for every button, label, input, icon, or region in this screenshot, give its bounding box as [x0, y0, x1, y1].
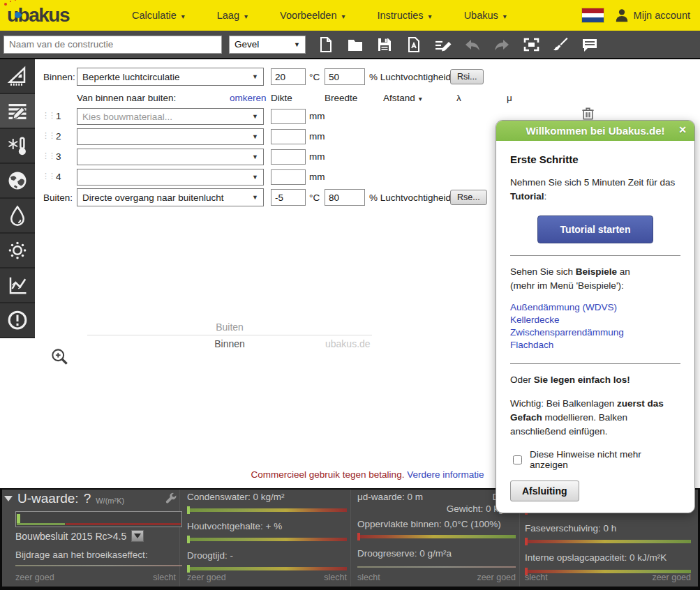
row-drag-handle[interactable]: ⋮⋮ [42, 172, 54, 181]
ubakus-logo[interactable]: ubakus [7, 4, 69, 27]
panel-border [0, 488, 2, 590]
appearance-button[interactable] [546, 33, 575, 56]
binnen-humidity-unit: % Luchtvochtigheid [369, 72, 451, 82]
material-select-2[interactable] [77, 128, 264, 145]
header-lambda: λ [456, 93, 461, 103]
menu-calculatie[interactable]: Calculatie [132, 10, 185, 21]
bar-marker [187, 536, 190, 543]
buiten-humidity-input[interactable] [325, 189, 365, 206]
account-label[interactable]: Mijn account [634, 10, 690, 21]
more-info-link[interactable]: Verdere informatie [407, 469, 484, 480]
scale-right: zeer goed [477, 573, 516, 582]
menu-instructies[interactable]: Instructies [378, 10, 432, 21]
row-drag-handle[interactable]: ⋮⋮ [42, 151, 54, 160]
link-aussendaemmung[interactable]: Außendämmung (WDVS) [510, 301, 680, 314]
save-button[interactable] [370, 33, 399, 56]
mm-unit-1: mm [309, 111, 325, 121]
globe-icon [7, 170, 28, 191]
beam-hint-text: Wichtig: Bei Balkenlagen zuerst das Gefa… [510, 397, 680, 439]
material-select-4[interactable] [77, 169, 264, 186]
link-zwischensparren[interactable]: Zwischensparrendämmung [510, 326, 680, 339]
mm-unit-4: mm [309, 172, 325, 182]
mud-waarde-label: μd-waarde: 0 m [357, 492, 423, 502]
new-document-button[interactable] [311, 33, 341, 56]
material-select-1[interactable]: Kies bouwmateriaal... [77, 108, 264, 125]
thickness-input-1[interactable] [271, 109, 306, 124]
droogtijd-label: Droogtijd: - [187, 550, 233, 561]
redo-button[interactable] [487, 33, 516, 56]
sidebar-item-uvalue[interactable] [0, 59, 35, 93]
construction-type-value: Gevel [234, 39, 259, 50]
scale-bad-segment [66, 523, 181, 525]
collapse-panel-icon[interactable] [4, 496, 13, 501]
layers-edit-icon [7, 100, 28, 121]
buiten-temp-input[interactable] [271, 189, 306, 206]
standard-select-button[interactable] [131, 530, 144, 542]
houtvocht-label: Houtvochtgehalte: + % [187, 521, 282, 531]
fase-bar [525, 540, 691, 543]
thickness-input-3[interactable] [271, 149, 306, 165]
header-afstand[interactable]: Afstand [383, 93, 422, 103]
reverse-link[interactable]: omkeren [230, 93, 267, 103]
bar-marker [187, 565, 190, 573]
scale-right: slecht [324, 573, 347, 582]
oppervlakte-bar [357, 535, 516, 538]
binnen-humidity-input[interactable] [325, 68, 365, 85]
sidebar-item-warnings[interactable] [0, 303, 35, 337]
sidebar-item-graphs[interactable] [0, 268, 35, 302]
binnen-temp-input[interactable] [271, 68, 306, 85]
water-drop-icon [7, 205, 28, 226]
rse-button[interactable]: Rse... [450, 190, 487, 205]
buiten-surface-value: Directe overgang naar buitenlucht [82, 192, 224, 203]
fullscreen-icon [523, 36, 540, 53]
u-value-value[interactable]: ? [84, 491, 91, 506]
fullscreen-button[interactable] [516, 33, 546, 56]
row-drag-handle[interactable]: ⋮⋮ [42, 131, 54, 140]
panel-border [0, 587, 700, 590]
sidebar-item-ecology[interactable] [0, 164, 35, 197]
buiten-surface-select[interactable]: Directe overgang naar buitenlucht [77, 188, 264, 206]
sun-icon [7, 240, 28, 261]
alert-icon [7, 310, 28, 331]
menu-ubakus[interactable]: Ubakus [464, 10, 507, 21]
material-select-3[interactable] [77, 149, 264, 165]
logo-sun-rays-icon [4, 3, 7, 6]
rsi-button[interactable]: Rsi... [450, 69, 484, 84]
header-mu: μ [507, 93, 512, 103]
ubakus-app: ubakus Calculatie Laag Voorbeelden Instr… [0, 0, 700, 590]
menu-laag[interactable]: Laag [217, 10, 248, 21]
feedback-button[interactable] [575, 33, 604, 56]
wrench-icon[interactable] [163, 492, 177, 506]
sidebar-item-moisture[interactable] [0, 199, 35, 232]
zoom-in-button[interactable] [50, 347, 69, 369]
toolbar: Gevel [0, 31, 700, 59]
undo-button[interactable] [458, 33, 487, 56]
fase-label: Faseverschuiving: 0 h [525, 523, 616, 534]
row-drag-handle[interactable]: ⋮⋮ [42, 111, 54, 120]
paint-brush-icon [552, 36, 569, 53]
examples-text: Sehen Sie sich Beispiele an(mehr im Menü… [510, 265, 680, 293]
thickness-input-4[interactable] [271, 169, 306, 185]
rename-button[interactable] [429, 33, 458, 56]
open-folder-button[interactable] [341, 33, 370, 56]
ruler-triangle-icon [7, 66, 28, 86]
thickness-input-2[interactable] [271, 129, 306, 144]
sidebar-item-layers[interactable] [0, 94, 35, 128]
dialog-close-button[interactable]: Afsluiting [510, 481, 579, 501]
scale-labels: zeer goed slecht [15, 573, 176, 582]
tutorial-start-button[interactable]: Tutorial starten [537, 215, 653, 243]
export-pdf-button[interactable] [399, 33, 429, 56]
construction-type-select[interactable]: Gevel [229, 36, 306, 54]
sidebar-item-summer-heat[interactable] [0, 234, 35, 267]
account-area[interactable]: Mijn account [581, 8, 690, 23]
hide-hints-checkbox[interactable] [513, 455, 522, 464]
dutch-flag-icon[interactable] [581, 8, 604, 23]
link-flachdach[interactable]: Flachdach [510, 339, 680, 351]
sidebar-item-temperature[interactable] [0, 129, 35, 162]
construction-name-input[interactable] [3, 36, 222, 54]
u-value-header: U-waarde: ? W/(m²K) [4, 491, 177, 506]
binnen-surface-select[interactable]: Beperkte luchtcirculatie [77, 68, 264, 86]
menu-voorbeelden[interactable]: Voorbeelden [280, 10, 345, 21]
close-icon[interactable] [678, 124, 687, 135]
link-kellerdecke[interactable]: Kellerdecke [510, 314, 680, 326]
